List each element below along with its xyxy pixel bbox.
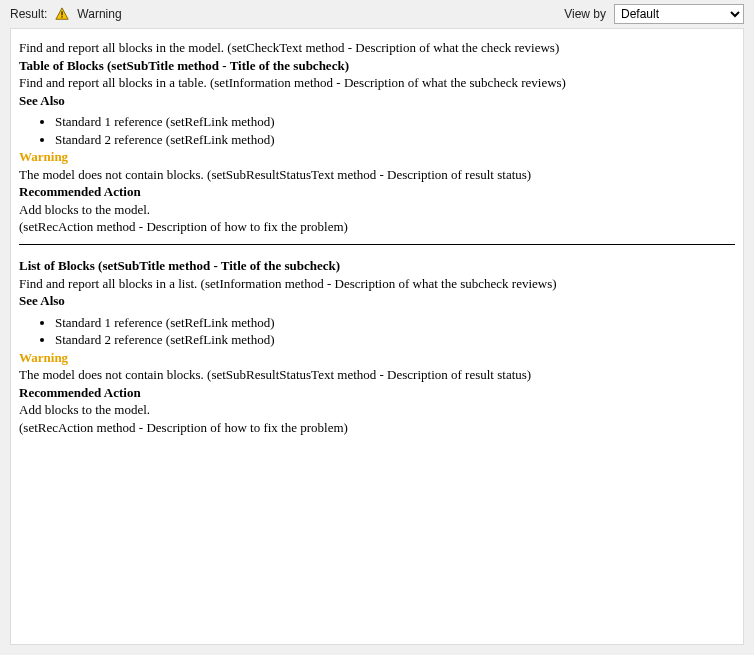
section-divider <box>19 244 735 245</box>
recommended-action-line: (setRecAction method - Description of ho… <box>19 419 735 437</box>
warning-text: The model does not contain blocks. (setS… <box>19 166 735 184</box>
result-header-left: Result: Warning <box>10 7 122 21</box>
warning-heading: Warning <box>19 349 735 367</box>
information-text: Find and report all blocks in a table. (… <box>19 74 735 92</box>
subtitle: List of Blocks (setSubTitle method - Tit… <box>19 257 735 275</box>
result-label: Result: <box>10 7 47 21</box>
viewby-select[interactable]: Default <box>614 4 744 24</box>
intro-text: Find and report all blocks in the model.… <box>19 39 735 57</box>
warning-icon <box>55 7 69 21</box>
recommended-action-line: Add blocks to the model. <box>19 401 735 419</box>
recommended-action-heading: Recommended Action <box>19 183 735 201</box>
content-panel: Find and report all blocks in the model.… <box>10 28 744 645</box>
result-header: Result: Warning View by Default <box>0 0 754 28</box>
list-item: Standard 1 reference (setRefLink method) <box>55 314 735 332</box>
viewby-label: View by <box>564 7 606 21</box>
svg-rect-1 <box>62 11 63 15</box>
list-item: Standard 2 reference (setRefLink method) <box>55 331 735 349</box>
result-status-text: Warning <box>77 7 121 21</box>
subtitle: Table of Blocks (setSubTitle method - Ti… <box>19 57 735 75</box>
recommended-action-line: (setRecAction method - Description of ho… <box>19 218 735 236</box>
see-also-heading: See Also <box>19 292 735 310</box>
information-text: Find and report all blocks in a list. (s… <box>19 275 735 293</box>
recommended-action-line: Add blocks to the model. <box>19 201 735 219</box>
warning-text: The model does not contain blocks. (setS… <box>19 366 735 384</box>
result-header-right: View by Default <box>564 4 744 24</box>
reference-list: Standard 1 reference (setRefLink method)… <box>19 314 735 349</box>
list-item: Standard 2 reference (setRefLink method) <box>55 131 735 149</box>
see-also-heading: See Also <box>19 92 735 110</box>
svg-rect-2 <box>62 16 63 17</box>
list-item: Standard 1 reference (setRefLink method) <box>55 113 735 131</box>
recommended-action-heading: Recommended Action <box>19 384 735 402</box>
reference-list: Standard 1 reference (setRefLink method)… <box>19 113 735 148</box>
warning-heading: Warning <box>19 148 735 166</box>
